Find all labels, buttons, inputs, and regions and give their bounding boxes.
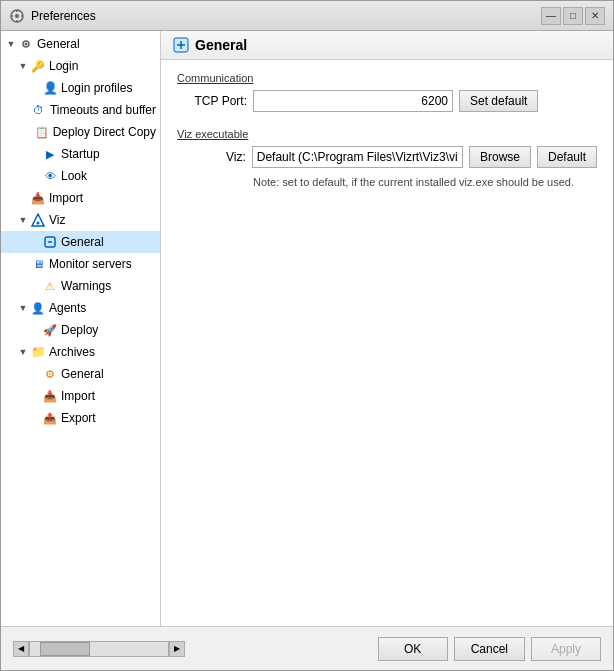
title-bar: Preferences — □ ✕ xyxy=(1,1,613,31)
minimize-button[interactable]: — xyxy=(541,7,561,25)
set-default-button[interactable]: Set default xyxy=(459,90,538,112)
scrollbar-area: ◀ ▶ xyxy=(13,641,185,657)
server-icon: 🖥 xyxy=(30,256,46,272)
cancel-button[interactable]: Cancel xyxy=(454,637,525,661)
sidebar-item-monitor-servers[interactable]: 🖥 Monitor servers xyxy=(1,253,160,275)
sidebar-item-login-profiles[interactable]: 👤 Login profiles xyxy=(1,77,160,99)
toggle-viz[interactable]: ▼ xyxy=(17,214,29,226)
viz-exe-input[interactable] xyxy=(252,146,463,168)
sidebar-label-monitor-servers: Monitor servers xyxy=(49,255,132,273)
sidebar-item-viz[interactable]: ▼ Viz xyxy=(1,209,160,231)
sidebar-label-archives-import: Import xyxy=(61,387,95,405)
tcp-label: TCP Port: xyxy=(177,94,247,108)
sidebar-item-archives-export[interactable]: 📤 Export xyxy=(1,407,160,429)
title-bar-left: Preferences xyxy=(9,8,96,24)
agents-icon: 👤 xyxy=(30,300,46,316)
tcp-port-row: TCP Port: Set default xyxy=(177,90,597,112)
sidebar-label-deploy: Deploy xyxy=(61,321,98,339)
toggle-archives[interactable]: ▼ xyxy=(17,346,29,358)
preferences-window: Preferences — □ ✕ ▼ General ▼ 🔑 Logi xyxy=(0,0,614,671)
timer-icon: ⏱ xyxy=(31,102,47,118)
title-controls: — □ ✕ xyxy=(541,7,605,25)
sidebar-label-archives-export: Export xyxy=(61,409,96,427)
svg-point-9 xyxy=(37,222,40,225)
sidebar-label-login: Login xyxy=(49,57,78,75)
content-area: ▼ General ▼ 🔑 Login 👤 Login profiles xyxy=(1,31,613,626)
sidebar-label-agents: Agents xyxy=(49,299,86,317)
panel-content: Communication TCP Port: Set default Viz … xyxy=(161,60,613,626)
sidebar-item-archives-import[interactable]: 📥 Import xyxy=(1,385,160,407)
sidebar-item-import[interactable]: 📥 Import xyxy=(1,187,160,209)
window-title: Preferences xyxy=(31,9,96,23)
panel-header: General xyxy=(161,31,613,60)
sidebar-label-viz: Viz xyxy=(49,211,65,229)
look-icon: 👁 xyxy=(42,168,58,184)
viz-label: Viz: xyxy=(177,150,246,164)
viz-executable-label: Viz executable xyxy=(177,128,597,140)
archives-export-icon: 📤 xyxy=(42,410,58,426)
warn-icon: ⚠ xyxy=(42,278,58,294)
deploy-icon: 🚀 xyxy=(42,322,58,338)
bottom-bar: ◀ ▶ OK Cancel Apply xyxy=(1,626,613,670)
apply-button[interactable]: Apply xyxy=(531,637,601,661)
sidebar-item-look[interactable]: 👁 Look xyxy=(1,165,160,187)
viz-general-icon xyxy=(42,234,58,250)
sidebar-label-login-profiles: Login profiles xyxy=(61,79,132,97)
sidebar-item-general[interactable]: ▼ General xyxy=(1,33,160,55)
sidebar-label-viz-general: General xyxy=(61,233,104,251)
sidebar: ▼ General ▼ 🔑 Login 👤 Login profiles xyxy=(1,31,161,626)
toggle-login[interactable]: ▼ xyxy=(17,60,29,72)
sidebar-item-login[interactable]: ▼ 🔑 Login xyxy=(1,55,160,77)
communication-label: Communication xyxy=(177,72,597,84)
main-panel: General Communication TCP Port: Set defa… xyxy=(161,31,613,626)
sidebar-label-warnings: Warnings xyxy=(61,277,111,295)
sidebar-label-startup: Startup xyxy=(61,145,100,163)
sidebar-item-archives-general[interactable]: ⚙ General xyxy=(1,363,160,385)
scrollbar-thumb[interactable] xyxy=(40,642,90,656)
browse-button[interactable]: Browse xyxy=(469,146,531,168)
sidebar-item-agents[interactable]: ▼ 👤 Agents xyxy=(1,297,160,319)
sidebar-item-viz-general[interactable]: General xyxy=(1,231,160,253)
archives-general-icon: ⚙ xyxy=(42,366,58,382)
default-button[interactable]: Default xyxy=(537,146,597,168)
archives-import-icon: 📥 xyxy=(42,388,58,404)
copy-icon: 📋 xyxy=(34,124,50,140)
sidebar-item-deploy-direct[interactable]: 📋 Deploy Direct Copy xyxy=(1,121,160,143)
bottom-buttons: OK Cancel Apply xyxy=(378,637,601,661)
person-icon: 👤 xyxy=(42,80,58,96)
panel-title: General xyxy=(195,37,247,53)
scroll-left-button[interactable]: ◀ xyxy=(13,641,29,657)
sidebar-item-warnings[interactable]: ⚠ Warnings xyxy=(1,275,160,297)
archives-folder-icon: 📁 xyxy=(30,344,46,360)
viz-exe-note: Note: set to default, if the current ins… xyxy=(253,176,597,188)
sidebar-item-deploy[interactable]: 🚀 Deploy xyxy=(1,319,160,341)
scrollbar-track xyxy=(29,641,169,657)
sidebar-label-archives-general: General xyxy=(61,365,104,383)
sidebar-label-timeouts: Timeouts and buffer xyxy=(50,101,156,119)
scroll-right-button[interactable]: ▶ xyxy=(169,641,185,657)
toggle-empty-1 xyxy=(29,82,41,94)
toggle-general[interactable]: ▼ xyxy=(5,38,17,50)
sidebar-item-archives[interactable]: ▼ 📁 Archives xyxy=(1,341,160,363)
close-button[interactable]: ✕ xyxy=(585,7,605,25)
svg-point-1 xyxy=(15,14,19,18)
tcp-port-input[interactable] xyxy=(253,90,453,112)
window-icon xyxy=(9,8,25,24)
gear-icon xyxy=(18,36,34,52)
toggle-agents[interactable]: ▼ xyxy=(17,302,29,314)
key-icon: 🔑 xyxy=(30,58,46,74)
maximize-button[interactable]: □ xyxy=(563,7,583,25)
panel-header-icon xyxy=(173,37,189,53)
sidebar-label-deploy-direct: Deploy Direct Copy xyxy=(53,123,156,141)
sidebar-item-startup[interactable]: ▶ Startup xyxy=(1,143,160,165)
sidebar-label-archives: Archives xyxy=(49,343,95,361)
ok-button[interactable]: OK xyxy=(378,637,448,661)
svg-point-7 xyxy=(25,43,28,46)
startup-icon: ▶ xyxy=(42,146,58,162)
sidebar-label-import: Import xyxy=(49,189,83,207)
import-icon: 📥 xyxy=(30,190,46,206)
sidebar-label-general: General xyxy=(37,35,80,53)
sidebar-label-look: Look xyxy=(61,167,87,185)
sidebar-item-timeouts[interactable]: ⏱ Timeouts and buffer xyxy=(1,99,160,121)
viz-exe-row: Viz: Browse Default xyxy=(177,146,597,168)
